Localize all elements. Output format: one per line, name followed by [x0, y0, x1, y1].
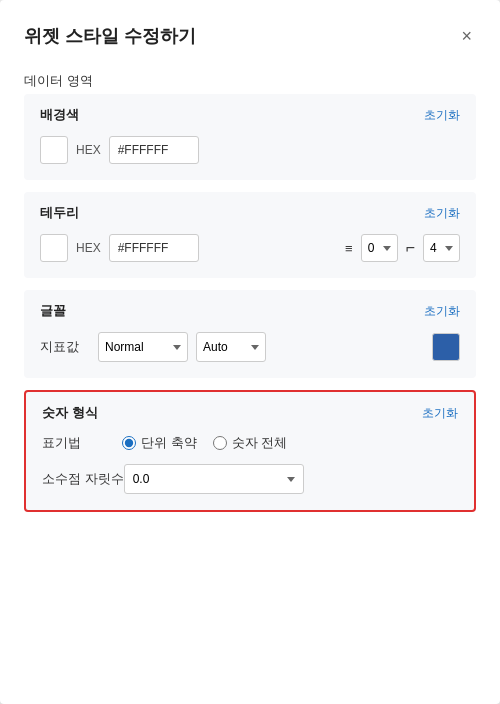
border-reset-button[interactable]: 초기화: [424, 205, 460, 222]
border-width-icon: ≡: [345, 241, 353, 256]
notation-radio-group: 단위 축약 숫자 전체: [122, 434, 287, 452]
font-size-select[interactable]: Auto 8 10 12: [196, 332, 266, 362]
decimal-row: 소수점 자릿수 0.0 0.00 0.000 0: [42, 464, 458, 494]
font-section-header: 글꼴 초기화: [40, 302, 460, 320]
bg-reset-button[interactable]: 초기화: [424, 107, 460, 124]
border-width-select[interactable]: 0 1 2: [361, 234, 398, 262]
border-section: 테두리 초기화 HEX ≡ 0 1 2 ⌐ 4 0 8: [24, 192, 476, 278]
close-button[interactable]: ×: [457, 25, 476, 47]
data-area-label: 데이터 영역: [24, 72, 476, 90]
notation-row: 표기법 단위 축약 숫자 전체: [42, 434, 458, 452]
bg-section-title: 배경색: [40, 106, 79, 124]
number-format-title: 숫자 형식: [42, 404, 98, 422]
bg-hex-label: HEX: [76, 143, 101, 157]
number-format-reset-button[interactable]: 초기화: [422, 405, 458, 422]
font-row: 지표값 Normal Bold Italic Auto 8 10 12: [40, 332, 460, 362]
font-style-select[interactable]: Normal Bold Italic: [98, 332, 188, 362]
unit-abbrev-option[interactable]: 단위 축약: [122, 434, 197, 452]
notation-label: 표기법: [42, 434, 122, 452]
unit-abbrev-radio[interactable]: [122, 436, 136, 450]
full-number-label: 숫자 전체: [232, 434, 288, 452]
border-section-header: 테두리 초기화: [40, 204, 460, 222]
border-row: HEX ≡ 0 1 2 ⌐ 4 0 8: [40, 234, 460, 262]
border-hex-input[interactable]: [109, 234, 199, 262]
decimal-label: 소수점 자릿수: [42, 470, 124, 488]
font-color-swatch[interactable]: [432, 333, 460, 361]
bg-color-section: 배경색 초기화 HEX: [24, 94, 476, 180]
bg-section-header: 배경색 초기화: [40, 106, 460, 124]
border-hex-label: HEX: [76, 241, 101, 255]
full-number-option[interactable]: 숫자 전체: [213, 434, 288, 452]
unit-abbrev-label: 단위 축약: [141, 434, 197, 452]
widget-style-modal: 위젯 스타일 수정하기 × 데이터 영역 배경색 초기화 HEX 테두리 초기화…: [0, 0, 500, 704]
decimal-select[interactable]: 0.0 0.00 0.000 0: [124, 464, 304, 494]
full-number-radio[interactable]: [213, 436, 227, 450]
border-radius-icon: ⌐: [406, 239, 415, 257]
modal-header: 위젯 스타일 수정하기 ×: [24, 24, 476, 48]
number-format-section: 숫자 형식 초기화 표기법 단위 축약 숫자 전체 소수점 자릿수 0.0 0.…: [24, 390, 476, 512]
border-color-swatch[interactable]: [40, 234, 68, 262]
number-format-header: 숫자 형식 초기화: [42, 404, 458, 422]
font-indicator-label: 지표값: [40, 338, 90, 356]
bg-color-row: HEX: [40, 136, 460, 164]
font-section: 글꼴 초기화 지표값 Normal Bold Italic Auto 8 10 …: [24, 290, 476, 378]
bg-hex-input[interactable]: [109, 136, 199, 164]
border-radius-select[interactable]: 4 0 8: [423, 234, 460, 262]
border-section-title: 테두리: [40, 204, 79, 222]
font-section-title: 글꼴: [40, 302, 66, 320]
bg-color-swatch[interactable]: [40, 136, 68, 164]
modal-title: 위젯 스타일 수정하기: [24, 24, 196, 48]
font-reset-button[interactable]: 초기화: [424, 303, 460, 320]
